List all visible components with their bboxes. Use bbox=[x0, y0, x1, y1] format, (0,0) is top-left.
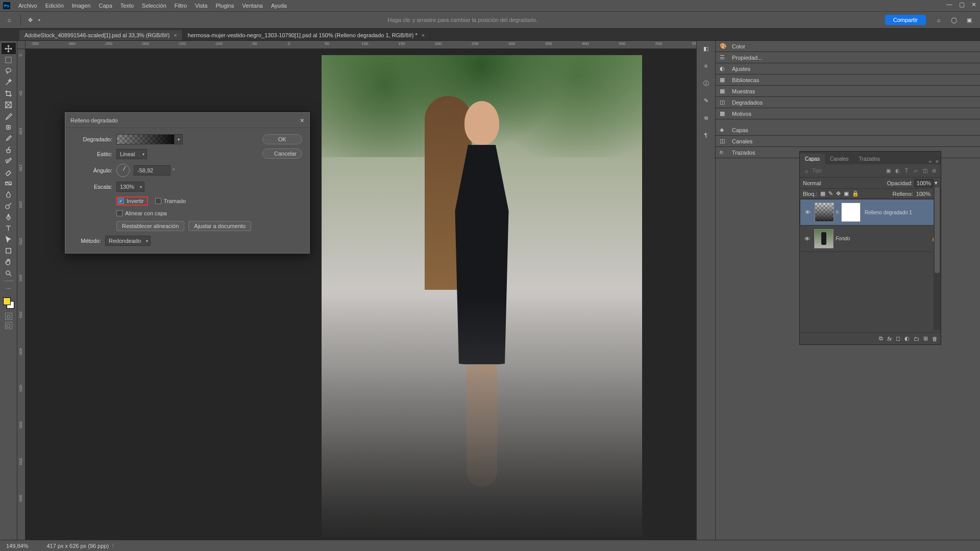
search-icon[interactable]: ⌕ bbox=[933, 14, 944, 26]
hand-tool[interactable] bbox=[2, 256, 16, 267]
quick-mask-icon[interactable]: ◻ bbox=[5, 313, 12, 320]
type-tool[interactable] bbox=[2, 222, 16, 234]
zoom-tool[interactable] bbox=[2, 267, 16, 279]
edit-toolbar-icon[interactable]: ⋯ bbox=[2, 283, 16, 294]
eraser-tool[interactable] bbox=[2, 166, 16, 178]
menu-edicion[interactable]: Edición bbox=[41, 0, 68, 11]
frame-tool[interactable] bbox=[2, 99, 16, 110]
gradient-tool[interactable] bbox=[2, 178, 16, 189]
marquee-tool[interactable] bbox=[2, 54, 16, 65]
panel-gradients[interactable]: ◫Degradados bbox=[716, 97, 980, 108]
layer-thumbnail[interactable] bbox=[814, 229, 834, 248]
window-restore-icon[interactable]: ▢ bbox=[959, 2, 965, 8]
panel-adjustments[interactable]: ◐Ajustes bbox=[716, 63, 980, 74]
zoom-level[interactable]: 149,84% bbox=[6, 543, 28, 549]
panel-properties[interactable]: ☰Propiedad... bbox=[716, 52, 980, 63]
document-tab-2[interactable]: hermosa-mujer-vestido-negro_1303-10790[1… bbox=[183, 30, 430, 40]
align-checkbox[interactable] bbox=[116, 210, 122, 216]
document-info[interactable]: 417 px x 626 px (96 ppp) bbox=[46, 543, 109, 549]
scale-select[interactable]: 130% bbox=[116, 182, 144, 192]
panel-icon[interactable]: ◧ bbox=[700, 43, 712, 54]
color-swatches[interactable] bbox=[3, 297, 14, 309]
panel-layers[interactable]: ◈Capas bbox=[716, 124, 980, 136]
help-icon[interactable]: ◯ bbox=[948, 14, 960, 26]
menu-imagen[interactable]: Imagen bbox=[68, 0, 95, 11]
fill-value[interactable]: 100% bbox=[916, 191, 930, 197]
layer-name[interactable]: Fondo bbox=[836, 236, 932, 241]
panel-icon[interactable]: ⓘ bbox=[700, 78, 712, 89]
gradient-picker-dropdown[interactable]: ▾ bbox=[175, 134, 183, 144]
document-tab-1[interactable]: AdobeStock_408991546-scaled[1].psd al 33… bbox=[19, 30, 183, 40]
menu-ayuda[interactable]: Ayuda bbox=[267, 0, 291, 11]
share-button[interactable]: Compartir bbox=[885, 15, 926, 25]
lock-pixels-icon[interactable]: ✎ bbox=[828, 190, 833, 197]
eyedropper-tool[interactable] bbox=[2, 110, 16, 121]
filter-shape-icon[interactable]: ▱ bbox=[912, 167, 919, 174]
canvas-area[interactable]: -350 -300 -250 -200 -150 -100 -50 0 50 1… bbox=[17, 41, 696, 540]
filter-toggle-icon[interactable]: ⊘ bbox=[930, 167, 938, 174]
magic-wand-tool[interactable] bbox=[2, 77, 16, 88]
screen-mode-icon[interactable]: ▢ bbox=[5, 322, 12, 329]
collapse-icon[interactable]: » bbox=[927, 159, 934, 164]
layer-row[interactable]: 👁 Fondo 🔒 bbox=[800, 226, 941, 252]
crop-tool[interactable] bbox=[2, 88, 16, 99]
chevron-right-icon[interactable]: 〉 bbox=[112, 543, 116, 548]
window-minimize-icon[interactable]: — bbox=[946, 2, 952, 8]
reset-alignment-button[interactable]: Restablecer alineación bbox=[116, 221, 184, 231]
fit-to-document-button[interactable]: Ajustar a documento bbox=[188, 221, 251, 231]
panel-color[interactable]: 🎨Color bbox=[716, 41, 980, 52]
healing-brush-tool[interactable] bbox=[2, 121, 16, 133]
path-selection-tool[interactable] bbox=[2, 234, 16, 245]
style-select[interactable]: Lineal bbox=[116, 149, 147, 159]
lock-artboard-icon[interactable]: ▣ bbox=[844, 190, 849, 197]
menu-capa[interactable]: Capa bbox=[94, 0, 116, 11]
new-layer-icon[interactable]: ⊞ bbox=[923, 335, 928, 342]
menu-archivo[interactable]: Archivo bbox=[14, 0, 41, 11]
shape-tool[interactable] bbox=[2, 245, 16, 256]
blend-mode-select[interactable]: Normal bbox=[803, 180, 821, 186]
home-icon[interactable]: ⌂ bbox=[3, 14, 15, 26]
close-icon[interactable]: × bbox=[174, 32, 177, 38]
dodge-tool[interactable] bbox=[2, 200, 16, 211]
layer-thumbnail[interactable] bbox=[815, 203, 834, 222]
panel-swatches[interactable]: ▦Muestras bbox=[716, 86, 980, 97]
visibility-icon[interactable]: 👁 bbox=[803, 209, 812, 215]
menu-filtro[interactable]: Filtro bbox=[170, 0, 191, 11]
cancel-button[interactable]: Cancelar bbox=[262, 148, 302, 159]
tab-canales[interactable]: Canales bbox=[825, 154, 854, 164]
filter-smart-icon[interactable]: ◫ bbox=[921, 167, 928, 174]
brush-tool[interactable] bbox=[2, 133, 16, 144]
menu-texto[interactable]: Texto bbox=[116, 0, 138, 11]
panel-patterns[interactable]: ▩Motivos bbox=[716, 108, 980, 119]
lock-all-icon[interactable]: 🔒 bbox=[852, 190, 859, 197]
filter-adjust-icon[interactable]: ◐ bbox=[894, 167, 901, 174]
blur-tool[interactable] bbox=[2, 189, 16, 200]
gradient-preview[interactable] bbox=[116, 134, 175, 144]
clone-stamp-tool[interactable] bbox=[2, 144, 16, 155]
lock-position-icon[interactable]: ✥ bbox=[836, 190, 841, 197]
close-icon[interactable]: × bbox=[300, 116, 304, 124]
close-icon[interactable]: × bbox=[422, 32, 425, 38]
panel-icon[interactable]: ✎ bbox=[700, 95, 712, 106]
filter-pixel-icon[interactable]: ▣ bbox=[885, 167, 892, 174]
delete-layer-icon[interactable]: 🗑 bbox=[932, 336, 938, 342]
move-tool-icon[interactable]: ✥ bbox=[24, 14, 36, 26]
window-close-icon[interactable]: ✕ bbox=[971, 2, 977, 8]
history-brush-tool[interactable] bbox=[2, 155, 16, 166]
link-layers-icon[interactable]: ⧉ bbox=[879, 335, 883, 342]
dither-checkbox[interactable] bbox=[155, 198, 161, 204]
method-select[interactable]: Redondeado bbox=[105, 236, 151, 246]
menu-seleccion[interactable]: Selección bbox=[138, 0, 170, 11]
panel-libraries[interactable]: ▦Bibliotecas bbox=[716, 74, 980, 86]
lasso-tool[interactable] bbox=[2, 65, 16, 77]
group-icon[interactable]: 🗀 bbox=[914, 336, 919, 342]
panel-icon[interactable]: ≡ bbox=[700, 60, 712, 71]
angle-dial[interactable] bbox=[116, 164, 130, 177]
pen-tool[interactable] bbox=[2, 211, 16, 222]
layer-name[interactable]: Relleno degradado 1 bbox=[865, 210, 937, 215]
adjustment-layer-icon[interactable]: ◐ bbox=[904, 335, 910, 342]
foreground-color-swatch[interactable] bbox=[3, 297, 11, 305]
opacity-value[interactable]: 100% bbox=[914, 179, 934, 187]
menu-vista[interactable]: Vista bbox=[191, 0, 211, 11]
document-canvas[interactable] bbox=[322, 55, 642, 537]
